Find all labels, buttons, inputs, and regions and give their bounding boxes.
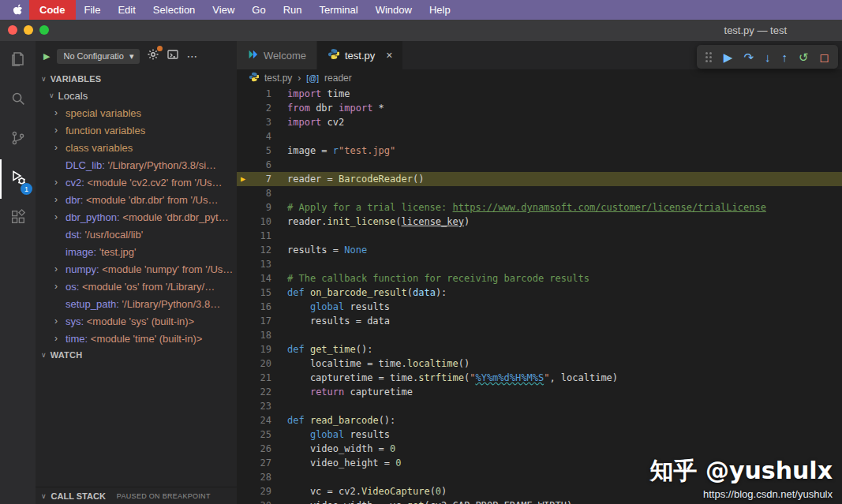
code-line[interactable]: 12results = None xyxy=(237,243,842,257)
source-control-view-button[interactable] xyxy=(0,120,36,159)
debug-settings-button[interactable] xyxy=(147,48,159,64)
code-line[interactable]: 6 xyxy=(237,158,842,172)
step-into-button[interactable]: ↓ xyxy=(765,51,771,63)
debug-config-dropdown[interactable]: No Configuratio ▾ xyxy=(57,49,140,64)
code-line[interactable]: 20 localtime = time.localtime() xyxy=(237,357,842,371)
code-line[interactable]: 25 global results xyxy=(237,427,842,442)
menu-item-view[interactable]: View xyxy=(204,0,243,20)
token: * xyxy=(372,103,384,114)
menu-item-selection[interactable]: Selection xyxy=(144,0,204,20)
breadcrumb-file[interactable]: test.py xyxy=(264,73,292,84)
code-line[interactable]: 16 global results xyxy=(237,300,842,314)
gutter-space xyxy=(237,357,249,371)
code-line[interactable]: 17 results = data xyxy=(237,314,842,328)
code-line[interactable]: 10reader.init_license(license_key) xyxy=(237,215,842,229)
code-line[interactable]: 24def read_barcode(): xyxy=(237,413,842,427)
apple-logo-icon[interactable] xyxy=(13,4,23,16)
callstack-section-header[interactable]: ∨ CALL STACK PAUSED ON BREAKPOINT xyxy=(36,487,237,504)
chevron-right-icon[interactable]: › xyxy=(54,194,58,205)
tab-testpy[interactable]: test.py × xyxy=(317,41,403,69)
variable-group-row[interactable]: ›special variables xyxy=(36,104,237,121)
code-line[interactable]: 2from dbr import * xyxy=(237,101,842,115)
menu-item-edit[interactable]: Edit xyxy=(109,0,144,20)
restart-button[interactable]: ↺ xyxy=(799,51,809,63)
stop-button[interactable]: ◻ xyxy=(820,51,829,63)
variable-row[interactable]: ›sys: <module 'sys' (built-in)> xyxy=(36,312,237,330)
code-line[interactable]: 14# The callback function for receiving … xyxy=(237,271,842,286)
code-line[interactable]: 13 xyxy=(237,257,842,271)
variable-row[interactable]: ›os: <module 'os' from '/Library/… xyxy=(36,278,237,295)
breadcrumb[interactable]: test.py › [@] reader xyxy=(237,69,842,87)
explorer-view-button[interactable] xyxy=(0,41,36,80)
chevron-right-icon[interactable]: › xyxy=(54,281,58,292)
chevron-right-icon[interactable]: › xyxy=(54,142,58,153)
minimize-window-button[interactable] xyxy=(24,25,33,35)
code-line[interactable]: ▶7reader = BarcodeReader() xyxy=(237,172,842,186)
menu-item-go[interactable]: Go xyxy=(243,0,274,20)
code-line[interactable]: 1import time xyxy=(237,87,842,101)
variable-value: <module 'os' from '/Library/… xyxy=(79,281,215,293)
code-line[interactable]: 18 xyxy=(237,328,842,342)
menu-item-help[interactable]: Help xyxy=(421,0,459,20)
chevron-right-icon[interactable]: › xyxy=(54,211,58,222)
variable-row[interactable]: ›numpy: <module 'numpy' from '/Us… xyxy=(36,260,237,278)
chevron-right-icon[interactable]: › xyxy=(54,125,58,136)
code-line[interactable]: 26 video_width = 0 xyxy=(237,442,842,456)
step-over-button[interactable]: ↷ xyxy=(743,51,754,63)
token: %Y%m%d%H%M%S xyxy=(475,372,544,383)
code-line[interactable]: 9# Apply for a trial license: https://ww… xyxy=(237,200,842,215)
close-icon[interactable]: × xyxy=(386,49,392,62)
line-number: 10 xyxy=(249,215,271,229)
code-line[interactable]: 8 xyxy=(237,186,842,200)
variable-value: '/Library/Python/3.8/si… xyxy=(105,159,216,171)
drag-handle[interactable] xyxy=(705,52,712,62)
search-view-button[interactable] xyxy=(0,80,36,120)
chevron-right-icon[interactable]: › xyxy=(54,177,58,188)
menu-item-run[interactable]: Run xyxy=(275,0,311,20)
variable-row[interactable]: setup_path: '/Library/Python/3.8… xyxy=(36,295,237,312)
variable-row[interactable]: dst: '/usr/local/lib' xyxy=(36,226,237,243)
variable-group-row[interactable]: ›class variables xyxy=(36,139,237,156)
tab-welcome[interactable]: Welcome xyxy=(237,41,317,69)
code-editor[interactable]: 1import time2from dbr import *3import cv… xyxy=(237,87,842,504)
code-line[interactable]: 15def on_barcode_result(data): xyxy=(237,286,842,300)
code-line[interactable]: 5image = r"test.jpg" xyxy=(237,144,842,158)
breadcrumb-symbol[interactable]: reader xyxy=(324,73,352,84)
variable-row[interactable]: DLC_lib: '/Library/Python/3.8/si… xyxy=(36,156,237,174)
chevron-right-icon[interactable]: › xyxy=(54,315,58,327)
code-line[interactable]: 22 return capturetime xyxy=(237,385,842,399)
code-line[interactable]: 23 xyxy=(237,399,842,413)
variable-row[interactable]: ›dbr: <module 'dbr.dbr' from '/Us… xyxy=(36,191,237,208)
variables-section-header[interactable]: ∨ VARIABLES xyxy=(36,71,237,87)
variable-group-row[interactable]: ›function variables xyxy=(36,121,237,139)
close-window-button[interactable] xyxy=(8,25,17,35)
locals-scope-row[interactable]: ∨ Locals xyxy=(36,87,237,104)
variable-row[interactable]: ›time: <module 'time' (built-in)> xyxy=(36,330,237,347)
continue-button[interactable]: ▶ xyxy=(724,51,733,63)
step-out-button[interactable]: ↑ xyxy=(781,51,788,63)
code-line[interactable]: 21 capturetime = time.strftime("%Y%m%d%H… xyxy=(237,371,842,385)
menu-item-terminal[interactable]: Terminal xyxy=(311,0,367,20)
variable-row[interactable]: ›dbr_python: <module 'dbr.dbr_pyt… xyxy=(36,208,237,226)
variable-row[interactable]: image: 'test.jpg' xyxy=(36,243,237,260)
menu-item-window[interactable]: Window xyxy=(367,0,421,20)
more-actions-button[interactable]: ⋯ xyxy=(186,50,198,62)
code-line[interactable]: 19def get_time(): xyxy=(237,342,842,357)
menu-item-code[interactable]: Code xyxy=(29,0,76,20)
watch-section-header[interactable]: ∨ WATCH xyxy=(36,347,237,363)
token: capturetime xyxy=(344,386,413,398)
code-line[interactable]: 11 xyxy=(237,229,842,243)
gutter-space xyxy=(237,215,249,229)
menu-item-file[interactable]: File xyxy=(76,0,110,20)
variable-row[interactable]: ›cv2: <module 'cv2.cv2' from '/Us… xyxy=(36,174,237,191)
run-debug-view-button[interactable]: 1 xyxy=(0,159,36,199)
chevron-right-icon[interactable]: › xyxy=(54,263,58,274)
zoom-window-button[interactable] xyxy=(39,25,49,35)
open-debug-console-button[interactable] xyxy=(167,48,179,64)
chevron-right-icon[interactable]: › xyxy=(54,333,58,344)
code-line[interactable]: 4 xyxy=(237,129,842,144)
code-line[interactable]: 3import cv2 xyxy=(237,115,842,129)
start-debug-icon[interactable]: ▶ xyxy=(43,51,50,62)
extensions-view-button[interactable] xyxy=(0,199,36,238)
chevron-right-icon[interactable]: › xyxy=(54,107,58,118)
